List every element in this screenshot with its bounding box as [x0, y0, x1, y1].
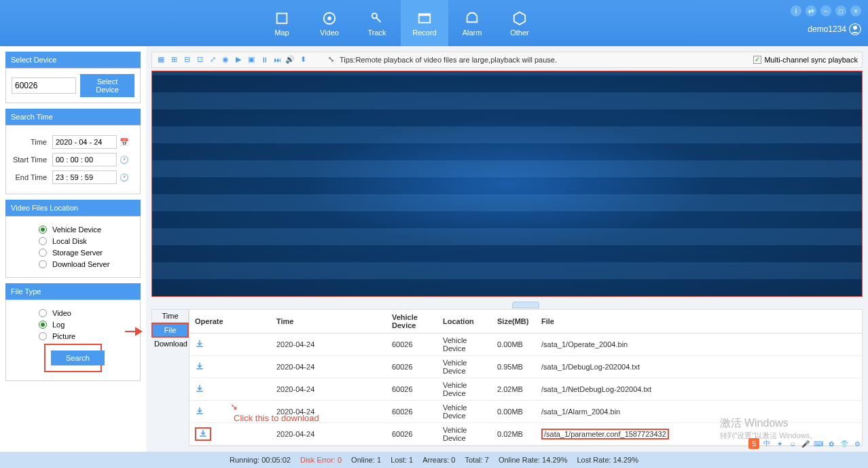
annotation-arrow-down: ↘: [230, 401, 238, 412]
volume-icon[interactable]: 🔊: [285, 55, 295, 65]
info-icon[interactable]: i: [791, 5, 801, 16]
cell-size: 0.00MB: [492, 401, 536, 423]
alarm-icon: [464, 10, 480, 26]
layout-4-icon[interactable]: ⊞: [169, 55, 179, 65]
radio-local-disk[interactable]: Local Disk: [12, 237, 134, 245]
cell-location: Vehicle Device: [437, 356, 492, 378]
tray-settings-icon[interactable]: ⚙: [852, 438, 863, 449]
track-icon: [369, 10, 385, 26]
svg-point-7: [853, 26, 857, 30]
layout-9-icon[interactable]: ⊟: [182, 55, 192, 65]
radio-log[interactable]: Log: [12, 321, 134, 329]
username-display[interactable]: demo1234: [808, 23, 861, 35]
signal-icon[interactable]: ⬍: [298, 55, 308, 65]
cell-size: 2.02MB: [492, 378, 536, 401]
tab-map[interactable]: Map: [258, 0, 306, 46]
download-icon[interactable]: [195, 406, 204, 417]
device-input[interactable]: [12, 77, 76, 94]
start-time-input[interactable]: [52, 153, 117, 166]
table-row[interactable]: 2020-04-24 60026 Vehicle Device 0.00MB /…: [189, 334, 862, 356]
svg-point-3: [372, 13, 377, 18]
col-file: File: [536, 310, 862, 334]
tray-icon[interactable]: S: [748, 438, 759, 449]
time-label: Time: [12, 138, 52, 146]
cell-file: /sata_1/DebugLog-202004.txt: [536, 356, 862, 378]
radio-storage-server[interactable]: Storage Server: [12, 249, 134, 257]
cell-time: 2020-04-24: [271, 423, 386, 446]
col-size: Size(MB): [492, 310, 536, 334]
header-right: i ⇄ − □ × demo1234: [791, 5, 861, 35]
status-total: Total: 7: [465, 456, 488, 464]
download-icon[interactable]: [195, 384, 204, 395]
video-toolbar: ▦ ⊞ ⊟ ⊡ ⤢ ◉ ▶ ▣ ⏸ ⏭ 🔊 ⬍ ⤡ Tips:Remote pl…: [151, 52, 863, 68]
cell-size: 0.02MB: [492, 423, 536, 446]
col-device: Vehicle Device: [386, 310, 437, 334]
tray-icon[interactable]: ✿: [826, 438, 837, 449]
toolbar-tip-text: Tips:Remote playback of video files are …: [340, 56, 557, 64]
minimize-icon[interactable]: −: [820, 5, 831, 16]
tab-alarm[interactable]: Alarm: [448, 0, 496, 46]
end-time-input[interactable]: [52, 170, 117, 184]
main-area: Select Device Select Device Search Time …: [0, 46, 868, 452]
calendar-icon[interactable]: 📅: [120, 138, 129, 147]
fullscreen-icon[interactable]: ⤢: [208, 55, 217, 65]
svg-rect-5: [419, 14, 431, 16]
tab-label: Map: [274, 29, 289, 37]
play-icon[interactable]: ▶: [234, 55, 243, 65]
pause-icon[interactable]: ⏸: [259, 55, 269, 65]
clock-icon[interactable]: 🕐: [120, 156, 129, 164]
select-device-button[interactable]: Select Device: [80, 74, 134, 97]
table-row[interactable]: 2020-04-24 60026 Vehicle Device 2.02MB /…: [189, 378, 862, 401]
radio-picture[interactable]: Picture: [12, 332, 134, 340]
swap-icon[interactable]: ⇄: [806, 5, 816, 16]
snapshot-icon[interactable]: ◉: [221, 55, 230, 65]
download-icon[interactable]: [195, 361, 204, 372]
record-icon: [416, 10, 433, 26]
close-icon[interactable]: ×: [850, 5, 861, 16]
sync-playback-toggle[interactable]: Multi-channel sync playback: [753, 56, 858, 64]
table-resize-handle[interactable]: [512, 302, 539, 308]
user-icon: [849, 23, 861, 35]
cell-location: Vehicle Device: [437, 334, 492, 356]
layout-1-icon[interactable]: ▦: [156, 55, 166, 65]
tab-record[interactable]: Record: [401, 0, 448, 46]
date-input[interactable]: [52, 135, 117, 149]
tab-other[interactable]: Other: [496, 0, 543, 46]
radio-label: Local Disk: [52, 237, 87, 245]
tray-mic-icon[interactable]: 🎤: [800, 438, 811, 449]
expand-icon[interactable]: ⤡: [328, 55, 334, 64]
annotation-arrow-icon: [124, 326, 144, 337]
table-tab-file[interactable]: File: [151, 323, 189, 338]
app-header: Map Video Track Record Alarm Other i ⇄ −…: [0, 0, 868, 46]
tray-ime-icon[interactable]: 中: [761, 438, 772, 449]
table-row[interactable]: 2020-04-24 60026 Vehicle Device 0.95MB /…: [189, 356, 862, 378]
radio-vehicle-device[interactable]: Vehicle Device: [12, 226, 134, 234]
tab-video[interactable]: Video: [306, 0, 353, 46]
radio-video[interactable]: Video: [12, 309, 134, 317]
stop-icon[interactable]: ▣: [247, 55, 256, 65]
status-bar: Running: 00:05:02 Disk Error: 0 Online: …: [0, 452, 868, 468]
search-button-highlight: Search: [44, 344, 102, 372]
step-icon[interactable]: ⏭: [272, 55, 282, 65]
radio-icon: [39, 309, 47, 317]
tray-icon[interactable]: ✦: [774, 438, 785, 449]
download-icon[interactable]: [195, 339, 204, 350]
search-button[interactable]: Search: [51, 350, 105, 365]
layout-16-icon[interactable]: ⊡: [195, 55, 204, 65]
cell-location: Vehicle Device: [437, 378, 492, 401]
table-tab-time[interactable]: Time: [151, 309, 189, 323]
table-tab-download[interactable]: Download: [151, 338, 189, 350]
tray-icon[interactable]: 👕: [839, 438, 850, 449]
tray-icon[interactable]: ☺: [787, 438, 798, 449]
tray-keyboard-icon[interactable]: ⌨: [813, 438, 824, 449]
tab-track[interactable]: Track: [353, 0, 401, 46]
svg-rect-0: [277, 13, 287, 23]
cell-device: 60026: [386, 356, 437, 378]
clock-icon[interactable]: 🕐: [120, 173, 129, 182]
tab-label: Other: [510, 29, 529, 37]
cell-time: 2020-04-24: [271, 334, 386, 356]
video-playback-area[interactable]: [151, 71, 863, 297]
maximize-icon[interactable]: □: [835, 5, 846, 16]
download-icon[interactable]: [195, 427, 211, 441]
radio-download-server[interactable]: Download Server: [12, 260, 134, 268]
